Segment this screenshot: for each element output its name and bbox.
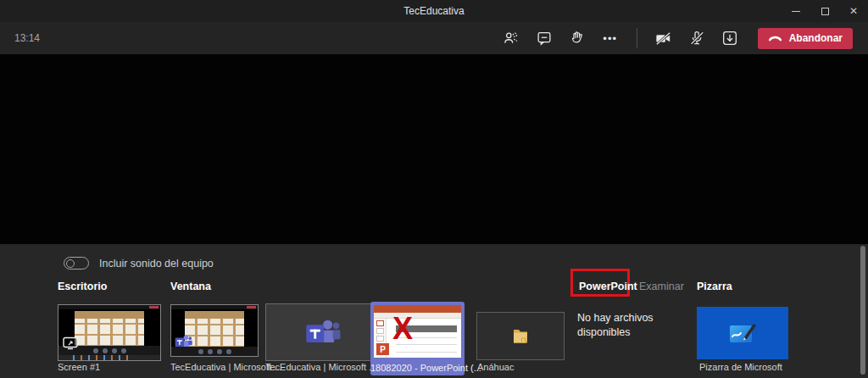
mini-leave-button: [149, 306, 159, 309]
titlebar: TecEducativa ✕: [0, 0, 868, 22]
raise-hand-icon: [568, 29, 587, 47]
chat-icon: [535, 29, 554, 47]
leave-meeting-button[interactable]: Abandonar: [758, 28, 853, 49]
more-options-button[interactable]: •••: [600, 28, 620, 48]
screen-share-badge: [63, 336, 78, 353]
minimize-icon: [792, 11, 800, 12]
close-icon: ✕: [849, 5, 858, 17]
share-source-whiteboard[interactable]: [697, 307, 788, 359]
thumb-label-window-2: TecEducativa | Microsoft ...: [265, 362, 376, 372]
mini-ppt-ribbon: [374, 313, 461, 319]
browse-files-button[interactable]: Examinar: [639, 281, 684, 292]
leave-meeting-label: Abandonar: [789, 32, 843, 44]
section-header-escritorio: Escritorio: [58, 281, 107, 292]
teams-logo-badge: [174, 334, 192, 353]
mini-powerpoint-window: X P: [374, 305, 461, 358]
camera-off-icon: [654, 29, 673, 48]
thumb-label-screen-1: Screen #1: [58, 362, 100, 372]
thumb-label-powerpoint: 18082020 - PowerPoint (...: [370, 363, 465, 373]
minimize-button[interactable]: [782, 0, 810, 22]
meeting-timer: 13:14: [14, 32, 40, 44]
mini-card-board: [185, 311, 243, 347]
section-header-powerpoint: PowerPoint: [579, 281, 637, 292]
folder-icon: [509, 326, 531, 347]
teams-logo-icon: [174, 334, 192, 349]
section-header-ventana: Ventana: [170, 281, 211, 292]
chat-button[interactable]: [534, 28, 554, 48]
toolbar-actions: •••: [501, 28, 853, 49]
mini-ppt-table-row: [396, 352, 457, 353]
share-source-window-teceducativa-2[interactable]: [265, 303, 378, 361]
maximize-icon: [821, 8, 829, 15]
mic-off-icon: [687, 29, 706, 47]
camera-off-button[interactable]: [654, 28, 674, 48]
tray-scrollbar[interactable]: [860, 246, 865, 375]
window-title: TecEducativa: [0, 5, 868, 17]
toggle-knob: [66, 259, 75, 268]
teams-logo-icon: [303, 317, 341, 347]
maximize-button[interactable]: [810, 0, 839, 22]
share-source-window-anahuac[interactable]: [476, 312, 565, 360]
teams-meeting-window: TecEducativa ✕ 13:14: [0, 0, 868, 378]
mini-card-board: [75, 311, 144, 347]
mini-ppt-titlebar: [374, 305, 461, 313]
section-header-pizarra: Pizarra: [697, 281, 732, 292]
close-button[interactable]: ✕: [839, 0, 868, 22]
whiteboard-icon: [727, 320, 758, 346]
screen-share-icon: [63, 336, 78, 350]
close-share-tray-button[interactable]: [720, 28, 740, 48]
powerpoint-logo-icon: P: [376, 343, 389, 355]
system-audio-toggle[interactable]: [64, 257, 89, 270]
mini-leave-button: [247, 306, 256, 309]
meeting-stage: [0, 54, 868, 244]
thumb-label-whiteboard: Pizarra de Microsoft: [699, 362, 782, 372]
participants-icon: [502, 29, 520, 47]
system-audio-toggle-label: Incluir sonido del equipo: [99, 258, 214, 270]
toolbar-divider: [637, 28, 637, 48]
mini-taskbar: [58, 355, 160, 360]
red-x-annotation: X: [392, 314, 413, 344]
share-source-window-teceducativa[interactable]: [170, 304, 259, 357]
hang-up-icon: [768, 34, 782, 42]
participants-button[interactable]: [501, 28, 521, 48]
close-share-tray-icon: [721, 29, 739, 47]
window-controls: ✕: [782, 0, 868, 22]
raise-hand-button[interactable]: [567, 28, 587, 48]
mic-off-button[interactable]: [687, 28, 707, 48]
system-audio-toggle-row: Incluir sonido del equipo: [64, 257, 214, 270]
no-files-message: No hay archivos disponibles: [577, 311, 670, 340]
share-source-screen-1[interactable]: [58, 304, 161, 361]
more-options-icon: •••: [603, 32, 617, 45]
thumb-label-anahuac: Anáhuac: [477, 362, 514, 372]
meeting-toolbar: 13:14: [0, 22, 868, 54]
share-source-powerpoint-window-selected[interactable]: X P 18082020 - PowerPoint (...: [370, 302, 465, 375]
